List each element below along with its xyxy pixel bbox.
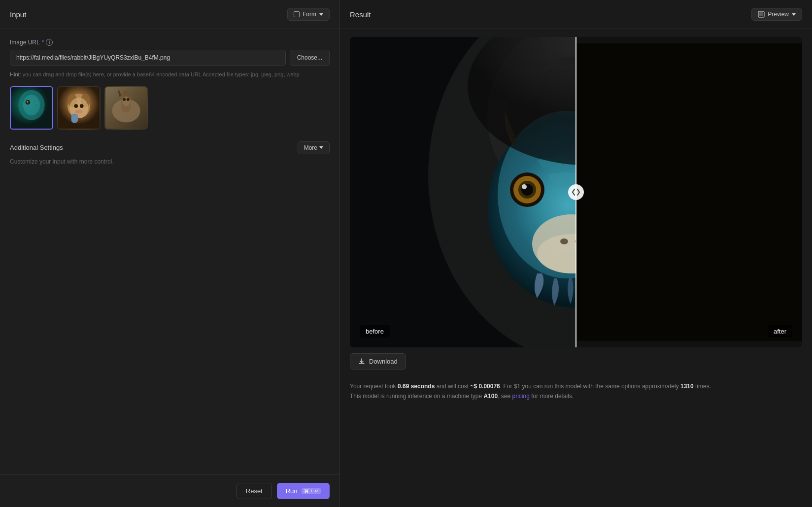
after-side [576,37,802,347]
customize-text: Customize your input with more control. [10,158,330,165]
additional-settings-row: Additional Settings More [10,141,330,154]
image-compare-container[interactable]: before after [350,37,802,347]
download-button[interactable]: Download [350,353,406,370]
svg-point-20 [123,98,126,101]
more-button[interactable]: More [298,141,330,154]
compare-handle[interactable] [568,184,584,200]
svg-point-31 [560,238,568,244]
download-area: Download [340,347,812,375]
svg-point-19 [122,97,130,106]
url-field-label: Image URL* i [10,39,330,46]
thumbnail-dog[interactable] [57,86,101,130]
info-line1: Your request took 0.69 seconds and will … [350,381,802,391]
thumbnails [10,86,330,130]
svg-point-37 [522,184,527,189]
svg-point-12 [80,104,84,108]
form-button[interactable]: Form [287,8,330,21]
run-kbd-hint: ⌘ + ↵ [302,488,321,494]
input-title: Input [10,10,26,19]
svg-point-2 [23,95,40,115]
preview-icon [758,11,765,18]
svg-point-21 [127,98,130,101]
thumbnail-horse[interactable] [104,86,148,130]
chevron-down-icon [792,13,796,16]
result-title: Result [350,10,371,19]
before-side [350,37,576,347]
input-header: Input Form [0,0,339,29]
svg-point-5 [27,101,28,102]
hint-text: Hint: you can drag and drop file(s) here… [10,70,330,79]
run-button[interactable]: Run ⌘ + ↵ [277,483,330,499]
form-icon [294,11,300,17]
after-label: after [768,325,792,338]
svg-rect-14 [71,113,78,123]
thumbnail-lizard[interactable] [10,86,53,130]
svg-rect-39 [576,43,802,341]
action-buttons: Reset Run ⌘ + ↵ [0,474,339,507]
image-url-input[interactable] [10,50,286,66]
before-image [350,37,576,347]
reset-button[interactable]: Reset [237,483,272,499]
chevron-down-icon [319,13,323,16]
info-icon[interactable]: i [46,39,53,46]
pricing-link[interactable]: pricing [512,393,530,400]
download-icon [358,358,365,365]
url-row: Choose... [10,50,330,66]
preview-button[interactable]: Preview [751,8,802,21]
info-line2: This model is running inference on a mac… [350,391,802,401]
svg-point-13 [75,109,82,113]
input-content: Image URL* i Choose... Hint: you can dra… [0,29,339,474]
svg-point-4 [27,101,30,103]
additional-settings-label: Additional Settings [10,144,63,151]
svg-rect-23 [759,12,763,16]
result-header: Result Preview [340,0,812,29]
choose-button[interactable]: Choose... [290,50,330,66]
svg-point-11 [74,104,78,108]
before-label: before [360,325,390,338]
chevron-down-icon [319,146,323,149]
right-panel: Result Preview [340,0,812,507]
info-section: Your request took 0.69 seconds and will … [340,375,812,407]
after-image [576,37,802,347]
left-panel: Input Form Image URL* i Choose... Hint: … [0,0,340,507]
